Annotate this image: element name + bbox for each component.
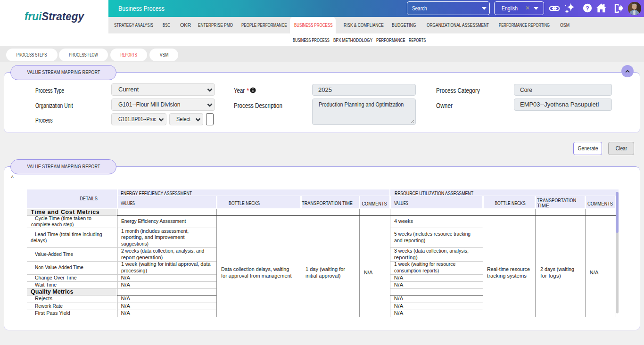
svg-text:?: ? (586, 5, 589, 12)
